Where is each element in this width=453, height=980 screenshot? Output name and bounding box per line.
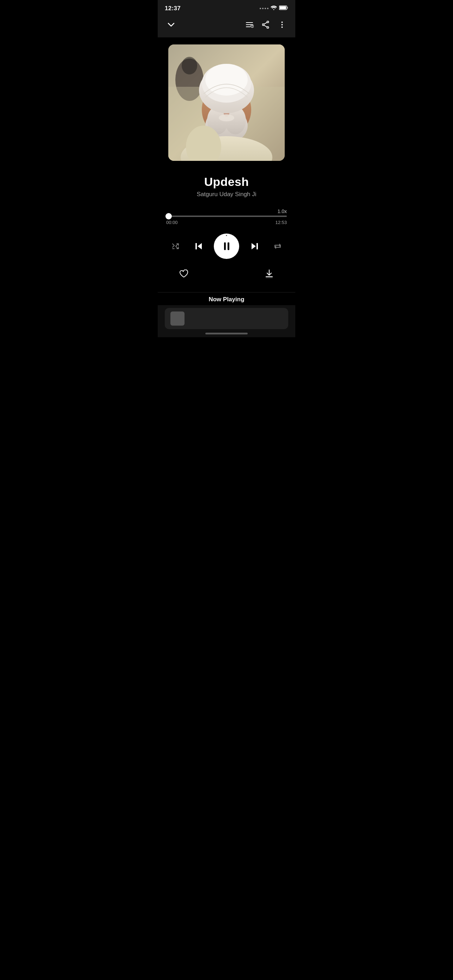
bottom-area <box>158 305 295 337</box>
pause-button[interactable] <box>214 234 239 259</box>
previous-button[interactable] <box>191 239 207 254</box>
mini-player <box>165 308 288 329</box>
now-playing-bar[interactable]: Now Playing <box>158 292 295 305</box>
svg-rect-2 <box>280 6 286 9</box>
progress-track <box>166 216 287 217</box>
total-time: 12:53 <box>275 220 287 225</box>
track-title: Updesh <box>165 175 288 189</box>
svg-point-16 <box>281 27 283 28</box>
next-button[interactable] <box>247 239 262 254</box>
action-row <box>166 266 287 282</box>
now-playing-label: Now Playing <box>208 296 244 303</box>
pause-icon <box>224 242 229 250</box>
svg-point-14 <box>281 22 283 23</box>
svg-point-15 <box>281 24 283 25</box>
status-time: 12:37 <box>165 5 181 12</box>
controls-row <box>166 234 287 259</box>
progress-bar[interactable] <box>166 216 287 217</box>
speed-row: 1.0x <box>166 208 287 214</box>
shuffle-button[interactable] <box>168 239 183 254</box>
svg-line-12 <box>264 22 267 24</box>
status-icons <box>260 5 288 12</box>
track-artist: Satguru Uday Singh Ji <box>165 191 288 198</box>
mini-album-art <box>170 312 184 326</box>
time-row: 00:00 12:53 <box>166 220 287 225</box>
svg-rect-42 <box>256 243 258 250</box>
svg-rect-1 <box>287 7 288 9</box>
svg-marker-41 <box>251 243 256 250</box>
like-button[interactable] <box>176 266 192 282</box>
svg-point-19 <box>182 57 197 75</box>
top-nav <box>158 15 295 37</box>
svg-point-35 <box>219 114 234 121</box>
download-button[interactable] <box>261 266 277 282</box>
status-bar: 12:37 <box>158 0 295 15</box>
pause-bar-left <box>224 242 226 250</box>
album-art-container <box>158 37 295 164</box>
svg-point-8 <box>252 26 253 27</box>
svg-point-34 <box>205 64 248 95</box>
pause-bar-right <box>227 242 229 250</box>
progress-thumb[interactable] <box>165 213 172 220</box>
battery-icon <box>279 5 288 12</box>
playback-section: 1.0x 00:00 12:53 <box>158 201 295 282</box>
collapse-button[interactable] <box>165 18 178 31</box>
queue-button[interactable] <box>243 18 256 31</box>
home-indicator <box>205 332 248 334</box>
speed-label: 1.0x <box>278 208 287 214</box>
signal-icon <box>260 8 269 9</box>
svg-rect-40 <box>196 243 197 250</box>
more-button[interactable] <box>275 18 288 31</box>
svg-line-13 <box>264 25 267 27</box>
album-art <box>168 45 285 161</box>
nav-right <box>243 18 288 31</box>
current-time: 00:00 <box>166 220 178 225</box>
wifi-icon <box>270 5 277 12</box>
repeat-button[interactable] <box>270 239 285 254</box>
track-info: Updesh Satguru Uday Singh Ji <box>158 164 295 201</box>
svg-marker-39 <box>197 243 202 250</box>
share-button[interactable] <box>259 18 272 31</box>
